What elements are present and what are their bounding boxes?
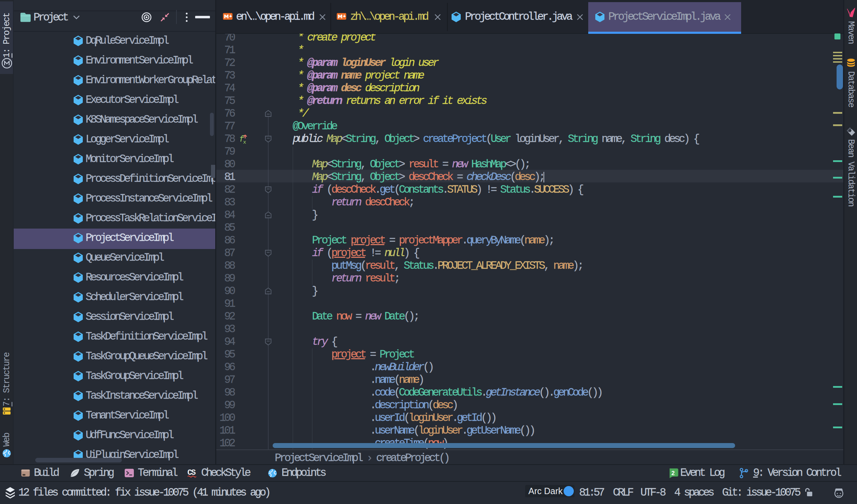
- svg-text:2: 2: [671, 470, 675, 477]
- svg-text:x: x: [243, 139, 246, 144]
